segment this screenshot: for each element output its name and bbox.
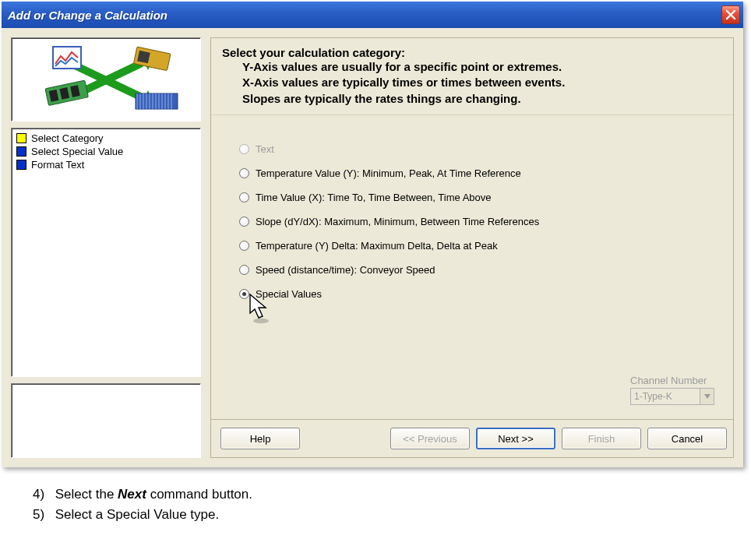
wizard-graphic-panel <box>11 37 201 122</box>
right-column: Select your calculation category: Y-Axis… <box>210 37 734 458</box>
channel-number-select: 1-Type-K <box>630 388 714 405</box>
radio-option-time-x[interactable]: Time Value (X): Time To, Time Between, T… <box>239 192 714 203</box>
channel-number-value: 1-Type-K <box>631 391 700 402</box>
heading-sub3: Slopes are typically the rates things ar… <box>222 91 722 107</box>
next-button[interactable]: Next >> <box>476 428 555 449</box>
wizard-steps-panel: Select Category Select Special Value For… <box>11 128 201 377</box>
step-label: Select Category <box>31 132 104 144</box>
dialog-window: Add or Change a Calculation <box>2 2 743 467</box>
radio-label: Speed (distance/time): Conveyor Speed <box>256 264 435 276</box>
step-label: Format Text <box>31 159 84 171</box>
radio-label: Slope (dY/dX): Maximum, Minimum, Between… <box>256 216 539 227</box>
instruction-emphasis: Next <box>118 487 146 502</box>
radio-icon <box>239 217 249 227</box>
step-label: Select Special Value <box>31 146 123 157</box>
instruction-text: Select the <box>55 487 118 502</box>
button-label: Cancel <box>672 433 703 445</box>
radio-icon <box>239 168 249 178</box>
radio-option-slope[interactable]: Slope (dY/dX): Maximum, Minimum, Between… <box>239 216 714 227</box>
radio-option-speed[interactable]: Speed (distance/time): Conveyor Speed <box>239 264 714 276</box>
step-item-format-text: Format Text <box>16 158 196 171</box>
instruction-line-5: 5) Select a Special Value type. <box>33 505 740 525</box>
instruction-line-4: 4) Select the Next command button. <box>33 484 740 505</box>
step-item-select-category: Select Category <box>16 132 196 145</box>
radio-label: Temperature (Y) Delta: Maximum Delta, De… <box>256 240 498 252</box>
radio-icon <box>239 144 249 154</box>
left-column: Select Category Select Special Value For… <box>11 37 201 458</box>
close-icon <box>725 9 736 20</box>
instruction-number: 4) <box>33 484 51 505</box>
radio-label: Special Values <box>256 288 322 300</box>
radio-label: Temperature Value (Y): Minimum, Peak, At… <box>256 167 521 179</box>
radio-icon <box>239 241 249 251</box>
button-label: << Previous <box>403 433 457 445</box>
radio-icon <box>239 265 249 275</box>
step-swatch-icon <box>16 133 26 143</box>
radio-icon <box>239 289 249 299</box>
svg-point-26 <box>253 319 269 323</box>
heading-block: Select your calculation category: Y-Axis… <box>211 38 733 115</box>
button-label: Next >> <box>498 433 534 445</box>
wizard-info-panel <box>11 383 201 458</box>
radio-option-temperature-delta[interactable]: Temperature (Y) Delta: Maximum Delta, De… <box>239 240 714 252</box>
options-block: Text Temperature Value (Y): Minimum, Pea… <box>211 115 733 419</box>
heading-sub1: Y-Axis values are usually for a specific… <box>222 59 722 75</box>
chevron-down-icon <box>700 389 714 404</box>
radio-icon <box>239 192 249 203</box>
wizard-graphic-icon <box>28 44 184 115</box>
instruction-text: Select a Special Value type. <box>55 507 219 522</box>
instruction-text: command button. <box>146 487 252 502</box>
radio-option-special-values[interactable]: Special Values <box>239 288 714 300</box>
instruction-number: 5) <box>33 505 51 525</box>
heading-sub2: X-Axis values are typically times or tim… <box>222 75 722 90</box>
button-label: Help <box>250 433 271 445</box>
instructions-block: 4) Select the Next command button. 5) Se… <box>0 469 751 535</box>
cancel-button[interactable]: Cancel <box>647 428 727 449</box>
finish-button: Finish <box>562 428 641 449</box>
step-item-select-special-value: Select Special Value <box>16 145 196 158</box>
step-swatch-icon <box>16 160 26 170</box>
window-title: Add or Change a Calculation <box>8 9 167 22</box>
channel-number-label: Channel Number <box>630 375 714 386</box>
button-label: Finish <box>588 433 615 445</box>
radio-option-temperature-y[interactable]: Temperature Value (Y): Minimum, Peak, At… <box>239 167 714 179</box>
close-button[interactable] <box>721 5 740 24</box>
button-row: Help << Previous Next >> Finish Cancel <box>211 419 733 457</box>
previous-button: << Previous <box>390 428 470 449</box>
dialog-body: Select Category Select Special Value For… <box>2 28 743 467</box>
heading-main: Select your calculation category: <box>222 46 722 59</box>
titlebar: Add or Change a Calculation <box>2 2 743 28</box>
step-swatch-icon <box>16 146 26 157</box>
svg-rect-8 <box>137 51 150 64</box>
radio-label: Time Value (X): Time To, Time Between, T… <box>256 192 492 203</box>
radio-option-text: Text <box>239 143 714 155</box>
help-button[interactable]: Help <box>220 428 300 449</box>
channel-number-block: Channel Number 1-Type-K <box>630 375 714 405</box>
radio-label: Text <box>256 143 274 155</box>
